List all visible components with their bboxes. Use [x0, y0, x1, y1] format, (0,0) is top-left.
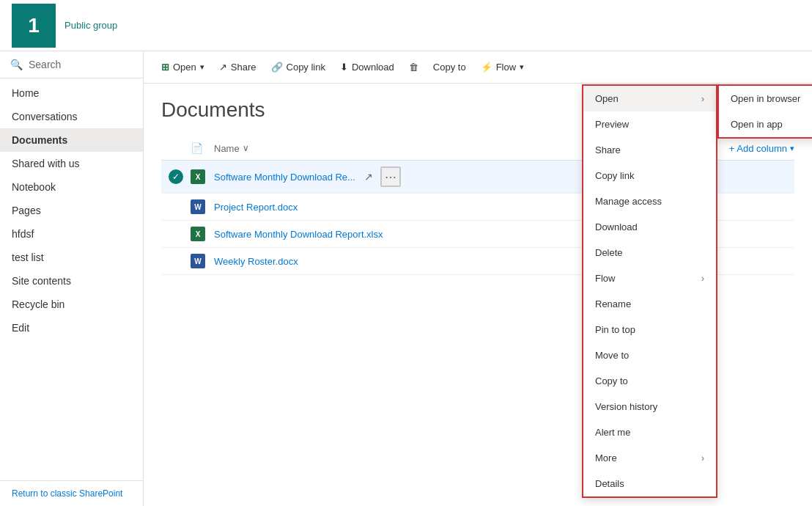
- open-submenu-chevron-icon: ›: [701, 94, 704, 104]
- flow-submenu-chevron-icon: ›: [701, 274, 704, 284]
- context-menu: Open › Preview Share Copy link Manage ac…: [582, 84, 717, 498]
- context-menu-item-details[interactable]: Details: [583, 471, 716, 496]
- context-menu-item-open[interactable]: Open ›: [583, 86, 716, 111]
- link-icon: 🔗: [271, 62, 283, 73]
- open-chevron-icon: ▾: [200, 62, 204, 72]
- excel-toolbar-icon: ⊞: [161, 62, 169, 73]
- row-actions: ↗ ⋯: [361, 166, 401, 187]
- context-menu-item-share[interactable]: Share: [583, 137, 716, 163]
- context-menu-item-copy-link[interactable]: Copy link: [583, 163, 716, 188]
- flow-chevron-icon: ▾: [520, 62, 524, 72]
- sidebar-item-edit[interactable]: Edit: [0, 316, 143, 340]
- delete-button[interactable]: 🗑: [403, 58, 424, 76]
- copy-to-button[interactable]: Copy to: [427, 58, 472, 76]
- context-menu-item-rename[interactable]: Rename: [583, 291, 716, 317]
- row-check: ✓: [161, 169, 191, 184]
- open-submenu: Open in browser Open in app: [717, 84, 812, 139]
- sidebar-item-test-list[interactable]: test list: [0, 246, 143, 269]
- download-icon: ⬇: [340, 62, 348, 73]
- row-file-icon: W: [191, 254, 214, 268]
- sidebar-item-conversations[interactable]: Conversations: [0, 105, 143, 128]
- sidebar-item-documents[interactable]: Documents: [0, 128, 143, 152]
- logo: 1: [12, 4, 56, 48]
- search-icon: 🔍: [10, 59, 23, 70]
- share-icon: ↗: [219, 62, 227, 73]
- check-circle: ✓: [169, 169, 183, 184]
- sidebar-item-notebook[interactable]: Notebook: [0, 175, 143, 199]
- sidebar-footer[interactable]: Return to classic SharePoint: [0, 480, 143, 506]
- add-column-button[interactable]: + Add column ▾: [729, 143, 794, 154]
- xlsx-icon: X: [191, 169, 205, 184]
- header: 1 Public group: [0, 0, 812, 51]
- sidebar-item-shared-with-us[interactable]: Shared with us: [0, 152, 143, 175]
- file-name-link[interactable]: Weekly Roster.docx: [214, 256, 298, 267]
- submenu-item-open-in-app[interactable]: Open in app: [719, 111, 812, 137]
- col-icon-header: 📄: [191, 142, 214, 154]
- name-sort-icon: ∨: [243, 143, 249, 153]
- context-menu-item-copy-to[interactable]: Copy to: [583, 368, 716, 394]
- file-name-link[interactable]: Software Monthly Download Report.xlsx: [214, 229, 383, 240]
- xlsx-icon: X: [191, 227, 205, 241]
- context-menu-item-download[interactable]: Download: [583, 214, 716, 240]
- row-file-icon: X: [191, 227, 214, 241]
- context-menu-item-pin-to-top[interactable]: Pin to top: [583, 317, 716, 342]
- sidebar: 🔍 Search Home Conversations Documents Sh…: [0, 51, 144, 506]
- download-button[interactable]: ⬇ Download: [334, 58, 400, 76]
- three-dot-menu-button[interactable]: ⋯: [380, 166, 401, 187]
- sidebar-item-home[interactable]: Home: [0, 81, 143, 105]
- sidebar-item-site-contents[interactable]: Site contents: [0, 269, 143, 293]
- flow-icon: ⚡: [481, 62, 492, 73]
- header-group-label: Public group: [64, 20, 117, 31]
- submenu-item-open-in-browser[interactable]: Open in browser: [719, 86, 812, 111]
- search-bar[interactable]: 🔍 Search: [0, 51, 143, 78]
- docx-icon: W: [191, 199, 205, 214]
- toolbar: ⊞ Open ▾ ↗ Share 🔗 Copy link ⬇ Download …: [144, 51, 812, 84]
- file-name-link[interactable]: Software Monthly Download Re...: [214, 172, 355, 183]
- context-menu-item-version-history[interactable]: Version history: [583, 394, 716, 419]
- context-menu-item-preview[interactable]: Preview: [583, 111, 716, 137]
- trash-icon: 🗑: [409, 62, 418, 73]
- header-group-info: Public group: [64, 20, 117, 31]
- context-menu-item-manage-access[interactable]: Manage access: [583, 188, 716, 214]
- copy-link-button[interactable]: 🔗 Copy link: [265, 58, 331, 76]
- more-submenu-chevron-icon: ›: [701, 453, 704, 463]
- file-type-icon: 📄: [191, 142, 203, 154]
- docx-icon: W: [191, 254, 205, 268]
- open-button[interactable]: ⊞ Open ▾: [155, 58, 210, 76]
- flow-button[interactable]: ⚡ Flow ▾: [475, 58, 530, 76]
- sidebar-item-pages[interactable]: Pages: [0, 199, 143, 222]
- context-menu-item-flow[interactable]: Flow ›: [583, 265, 716, 291]
- row-file-icon: W: [191, 199, 214, 214]
- file-name-link[interactable]: Project Report.docx: [214, 202, 298, 213]
- sidebar-nav: Home Conversations Documents Shared with…: [0, 78, 143, 480]
- row-file-icon: X: [191, 169, 214, 184]
- add-column-chevron-icon: ▾: [790, 144, 794, 153]
- context-menu-item-delete[interactable]: Delete: [583, 240, 716, 265]
- share-button[interactable]: ↗ Share: [213, 58, 262, 76]
- context-menu-item-move-to[interactable]: Move to: [583, 342, 716, 368]
- sidebar-item-hfdsf[interactable]: hfdsf: [0, 222, 143, 246]
- main-content: ⊞ Open ▾ ↗ Share 🔗 Copy link ⬇ Download …: [144, 51, 812, 506]
- search-label: Search: [29, 59, 61, 70]
- context-menu-item-more[interactable]: More ›: [583, 445, 716, 471]
- share-row-icon[interactable]: ↗: [361, 169, 376, 184]
- sidebar-item-recycle-bin[interactable]: Recycle bin: [0, 293, 143, 316]
- context-menu-item-alert-me[interactable]: Alert me: [583, 419, 716, 445]
- col-name-header[interactable]: Name ∨: [214, 143, 612, 154]
